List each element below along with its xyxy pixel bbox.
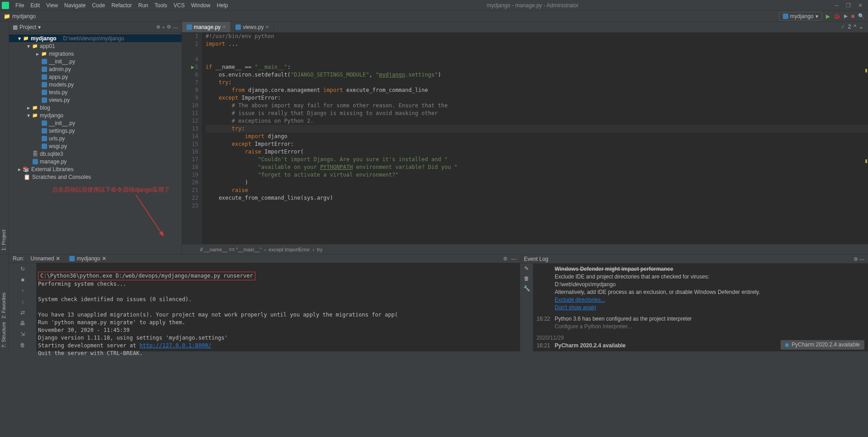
tree-label: manage.py xyxy=(40,158,67,165)
tab-manage[interactable]: manage.py✕ xyxy=(182,22,231,32)
print-icon[interactable]: 🖶 xyxy=(19,319,27,327)
python-icon xyxy=(42,74,47,80)
menu-window[interactable]: Window xyxy=(188,1,213,10)
run-config-selector[interactable]: mydjango ▾ xyxy=(779,12,822,21)
hide-icon[interactable]: — xyxy=(859,256,864,262)
menu-run[interactable]: Run xyxy=(135,1,151,10)
tree-file[interactable]: manage.py xyxy=(9,158,182,165)
rerun-button[interactable]: ↻ xyxy=(19,265,27,273)
run-output[interactable]: C:\Python36\python.exe D:/web/devops/myd… xyxy=(36,263,520,366)
run-tab-unnamed[interactable]: Unnamed✕ xyxy=(28,255,63,263)
menu-refactor[interactable]: Refactor xyxy=(109,1,134,10)
structure-tool-tab[interactable]: 7: Structure xyxy=(1,322,8,348)
run-button[interactable]: ▶ xyxy=(826,13,830,19)
run-tab-mydjango[interactable]: mydjango✕ xyxy=(67,255,109,263)
pencil-icon[interactable]: ✎ xyxy=(524,265,529,272)
event-time xyxy=(537,265,555,273)
code-l1: #!/usr/bin/env python xyxy=(206,33,274,39)
collapse-all-icon[interactable]: ⚙ xyxy=(167,24,171,30)
tree-file[interactable]: apps.py xyxy=(9,73,182,81)
project-tree[interactable]: ▾ mydjango D:\web\devops\mydjango ▾ app0… xyxy=(9,33,182,254)
debug-button[interactable]: 🐞 xyxy=(834,13,840,19)
close-icon[interactable]: ✕ xyxy=(265,24,269,29)
tree-root[interactable]: ▾ mydjango D:\web\devops\mydjango xyxy=(9,34,182,42)
editor-breadcrumb[interactable]: if __name__ == "__main__"› except Import… xyxy=(182,244,868,254)
menu-file[interactable]: File xyxy=(13,1,27,10)
minimize-icon[interactable]: ─ xyxy=(834,2,839,9)
menu-view[interactable]: View xyxy=(43,1,61,10)
tree-file[interactable]: tests.py xyxy=(9,88,182,96)
close-icon[interactable]: ✕ xyxy=(222,24,226,29)
run-url-link[interactable]: http://127.0.0.1:8000/ xyxy=(139,342,211,349)
chevron-down-icon[interactable]: ▾ xyxy=(38,24,41,30)
stop-button[interactable]: ■ xyxy=(851,13,854,19)
breadcrumb-segment[interactable]: try xyxy=(317,247,322,252)
trash-icon[interactable]: 🗑 xyxy=(524,275,529,282)
scroll-up-icon[interactable]: ↑ xyxy=(19,287,27,295)
menu-vcs[interactable]: VCS xyxy=(171,1,187,10)
tree-folder[interactable]: ▸ 📚External Libraries xyxy=(9,165,182,173)
tree-file[interactable]: wsgi.py xyxy=(9,142,182,150)
tree-file[interactable]: views.py xyxy=(9,96,182,104)
close-icon[interactable]: ✕ xyxy=(56,255,60,262)
notification-popup[interactable]: PyCharm 2020.2.4 available xyxy=(781,340,864,350)
menu-help[interactable]: Help xyxy=(214,1,231,10)
tree-folder[interactable]: ▸ blog xyxy=(9,104,182,111)
project-tool-tab[interactable]: 1: Project xyxy=(1,230,8,250)
run-gutter-icon[interactable]: ▶ xyxy=(191,63,194,71)
tree-label: apps.py xyxy=(49,74,68,80)
menu-tools[interactable]: Tools xyxy=(152,1,170,10)
expand-all-icon[interactable]: ÷ xyxy=(162,24,165,30)
code-body[interactable]: ▶ #!/usr/bin/env python import ... if __… xyxy=(202,33,868,244)
scroll-end-icon[interactable]: ⇲ xyxy=(19,330,27,338)
tree-folder[interactable]: ▸ migrations xyxy=(9,50,182,58)
tree-file[interactable]: models.py xyxy=(9,81,182,88)
breadcrumb-segment[interactable]: if __name__ == "__main__" xyxy=(200,247,262,252)
tree-folder[interactable]: 📋Scratches and Consoles xyxy=(9,173,182,181)
tree-file[interactable]: urls.py xyxy=(9,134,182,142)
maximize-icon[interactable]: ❐ xyxy=(846,2,851,9)
favorites-tool-tab[interactable]: 2: Favorites xyxy=(1,293,8,318)
close-icon[interactable]: ✕ xyxy=(858,2,863,9)
menu-edit[interactable]: Edit xyxy=(28,1,43,10)
tab-views[interactable]: views.py✕ xyxy=(231,22,274,32)
clear-icon[interactable]: 🗑 xyxy=(19,341,27,349)
breadcrumb[interactable]: 📁 mydjango xyxy=(4,13,36,19)
editor-inspections[interactable]: ✓2^⌄ xyxy=(841,24,863,30)
tree-file[interactable]: __init__.py xyxy=(9,58,182,65)
run-tabs: Run: Unnamed✕ mydjango✕ ⚙ — xyxy=(9,255,520,263)
search-everywhere-button[interactable]: 🔍 xyxy=(858,13,864,19)
wrench-icon[interactable]: 🔧 xyxy=(523,285,530,292)
tree-folder[interactable]: ▾ app01 xyxy=(9,42,182,50)
scrollbar-marker xyxy=(865,69,867,72)
tree-file[interactable]: settings.py xyxy=(9,127,182,134)
code-area[interactable]: 124567891011121314151617181920212223 ▶ #… xyxy=(182,33,868,244)
menu-code[interactable]: Code xyxy=(89,1,108,10)
hide-icon[interactable]: — xyxy=(511,256,516,261)
menu-navigate[interactable]: Navigate xyxy=(62,1,88,10)
chevron-down-icon: ▾ xyxy=(815,13,818,19)
folder-icon xyxy=(32,112,38,119)
run-line: Starting development server at xyxy=(38,342,139,349)
breadcrumb-root[interactable]: mydjango xyxy=(12,13,36,19)
tree-file[interactable]: __init__.py xyxy=(9,119,182,127)
gear-icon[interactable]: ⚙ xyxy=(503,256,508,262)
event-link-exclude[interactable]: Exclude directories... xyxy=(555,297,605,303)
stop-button[interactable]: ■ xyxy=(19,276,27,284)
tree-file[interactable]: admin.py xyxy=(9,65,182,73)
tree-label: mydjango xyxy=(40,112,63,119)
hide-icon[interactable]: — xyxy=(173,24,178,30)
select-opened-file-icon[interactable]: ⊕ xyxy=(156,24,160,30)
gear-icon[interactable]: ⚙ xyxy=(854,256,858,262)
event-subtext[interactable]: Configure a Python Interpreter... xyxy=(537,323,864,331)
breadcrumb-segment[interactable]: except ImportError xyxy=(269,247,310,252)
scroll-down-icon[interactable]: ↓ xyxy=(19,298,27,306)
project-header-label[interactable]: Project xyxy=(19,24,36,30)
tree-folder[interactable]: ▾ mydjango xyxy=(9,111,182,119)
soft-wrap-icon[interactable]: ⇄ xyxy=(19,308,27,317)
event-log-content[interactable]: Windows Defender might impact performanc… xyxy=(533,264,868,351)
event-link-dontshow[interactable]: Don't show again xyxy=(555,304,596,311)
run-coverage-button[interactable]: ▶ xyxy=(844,13,848,19)
tree-file[interactable]: 🗄db.sqlite3 xyxy=(9,150,182,158)
close-icon[interactable]: ✕ xyxy=(102,255,106,262)
